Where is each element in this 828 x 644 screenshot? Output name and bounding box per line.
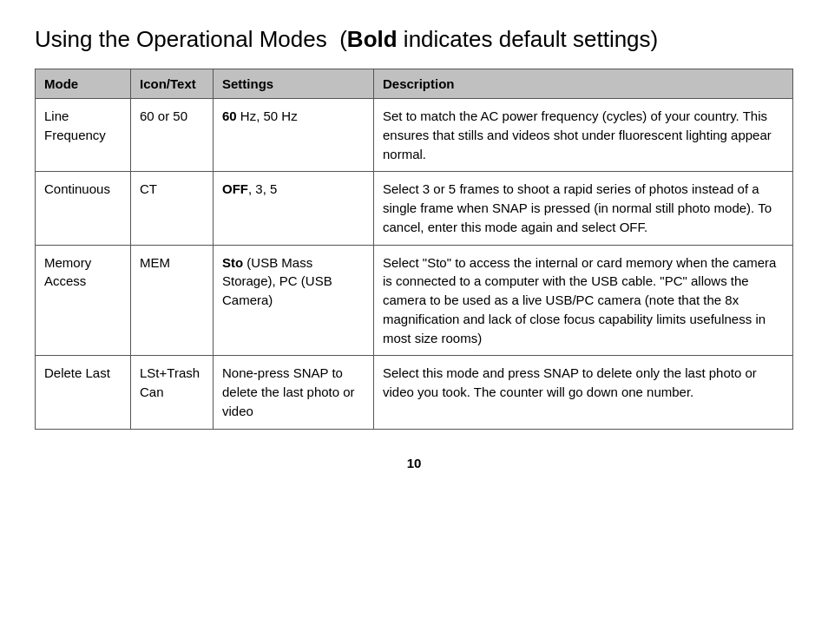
table-row: Continuous CT OFF, 3, 5 Select 3 or 5 fr… [36,172,793,245]
settings-bold: Sto [222,255,243,270]
header-icon-text: Icon/Text [131,69,214,99]
table-row: Delete Last LSt+Trash Can None-press SNA… [36,356,793,429]
icon-text-cell: MEM [131,245,214,356]
description-cell: Select "Sto" to access the internal or c… [374,245,793,356]
settings-plain: , 3, 5 [248,181,277,196]
description-cell: Select this mode and press SNAP to delet… [374,356,793,429]
settings-cell: 60 Hz, 50 Hz [214,99,374,172]
settings-plain: Hz, 50 Hz [237,108,298,123]
header-description: Description [374,69,793,99]
settings-bold: OFF [222,181,248,196]
page-title: Using the Operational Modes (Bold indica… [35,26,793,53]
header-mode: Mode [36,69,131,99]
table-row: Memory Access MEM Sto (USB Mass Storage)… [36,245,793,356]
page-number: 10 [35,456,793,470]
mode-cell: Memory Access [36,245,131,356]
icon-text-cell: 60 or 50 [131,99,214,172]
icon-text-cell: LSt+Trash Can [131,356,214,429]
description-cell: Select 3 or 5 frames to shoot a rapid se… [374,172,793,245]
icon-text-cell: CT [131,172,214,245]
table-header-row: Mode Icon/Text Settings Description [36,69,793,99]
mode-cell: Line Frequency [36,99,131,172]
operational-modes-table: Mode Icon/Text Settings Description Line… [35,69,793,430]
header-settings: Settings [214,69,374,99]
mode-cell: Continuous [36,172,131,245]
description-cell: Set to match the AC power frequency (cyc… [374,99,793,172]
settings-cell: None-press SNAP to delete the last photo… [214,356,374,429]
mode-cell: Delete Last [36,356,131,429]
table-row: Line Frequency 60 or 50 60 Hz, 50 Hz Set… [36,99,793,172]
settings-cell: Sto (USB Mass Storage), PC (USB Camera) [214,245,374,356]
settings-bold: 60 [222,108,237,123]
settings-cell: OFF, 3, 5 [214,172,374,245]
